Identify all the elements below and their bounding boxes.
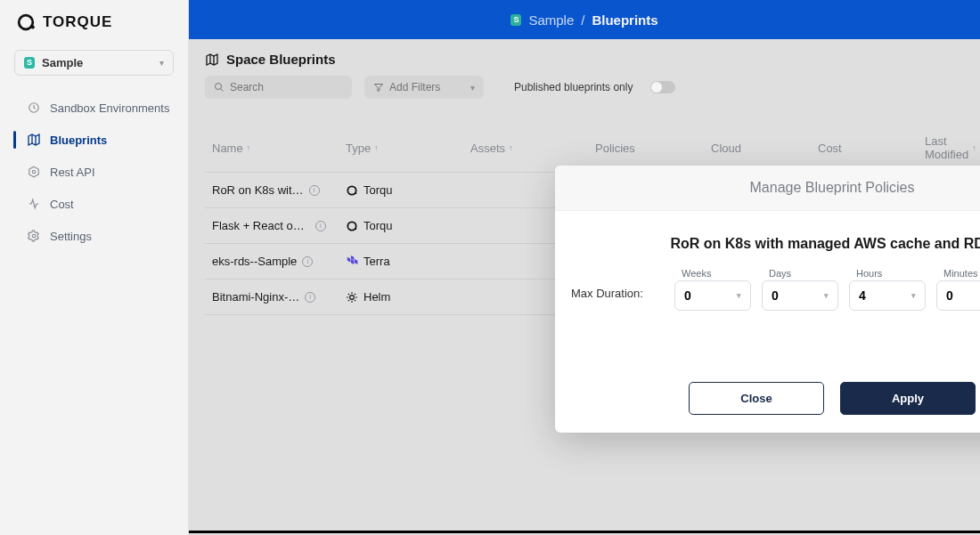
- hours-value: 4: [859, 288, 866, 303]
- blueprint-name: Bitnami-Nginx-…: [212, 290, 299, 304]
- brand-name: TORQUE: [43, 13, 112, 31]
- nav-restapi[interactable]: Rest API: [0, 156, 188, 188]
- svg-point-9: [355, 227, 356, 229]
- nav-blueprints[interactable]: Blueprints: [0, 124, 188, 156]
- blueprints-title-icon: [205, 53, 219, 67]
- blueprint-name: RoR on K8s wit…: [212, 183, 304, 197]
- cell-name: Flask + React on…i: [212, 219, 346, 232]
- info-icon[interactable]: i: [309, 185, 320, 196]
- col-assets[interactable]: Assets↑: [470, 142, 595, 155]
- cell-name: eks-rds--Samplei: [212, 255, 346, 268]
- weeks-label: Weeks: [674, 268, 751, 279]
- col-lastmod[interactable]: Last Modified↑: [925, 134, 980, 161]
- bottom-divider: [189, 531, 980, 533]
- svg-point-1: [31, 25, 35, 28]
- settings-icon: [27, 229, 41, 243]
- cell-name: RoR on K8s wit…i: [212, 183, 346, 197]
- filters-select[interactable]: Add Filters ▾: [364, 76, 484, 99]
- toolbar: Search Add Filters ▾ Published blueprint…: [205, 76, 980, 99]
- chevron-down-icon: ▾: [159, 58, 164, 68]
- nav-label: Sandbox Environments: [50, 101, 169, 115]
- published-toggle[interactable]: [650, 81, 675, 93]
- nav-label: Settings: [50, 230, 92, 243]
- type-icon: [346, 291, 358, 304]
- col-cloud[interactable]: Cloud: [711, 142, 818, 155]
- page-title-text: Space Blueprints: [226, 52, 336, 67]
- cell-name: Bitnami-Nginx-…i: [212, 290, 346, 304]
- col-name[interactable]: Name↑: [212, 142, 346, 155]
- nav-settings[interactable]: Settings: [0, 220, 188, 252]
- close-button[interactable]: Close: [689, 382, 824, 415]
- search-input[interactable]: Search: [205, 76, 352, 99]
- sort-asc-icon: ↑: [374, 143, 379, 152]
- main: S Sample / Blueprints Space Blueprints S…: [189, 0, 980, 535]
- space-selector[interactable]: S Sample ▾: [14, 50, 174, 76]
- page-title: Space Blueprints: [205, 52, 980, 67]
- nav-label: Rest API: [50, 166, 95, 179]
- filter-icon: [373, 82, 384, 93]
- breadcrumb-current: Blueprints: [592, 12, 657, 28]
- modal-blueprint-name: RoR on K8s with managed AWS cache and RD…: [555, 211, 980, 268]
- days-label: Days: [762, 268, 838, 279]
- blueprint-name: Flask + React on…: [212, 219, 310, 232]
- search-placeholder: Search: [230, 81, 264, 93]
- filters-label: Add Filters: [389, 81, 440, 93]
- nav-label: Blueprints: [50, 134, 107, 147]
- torque-logo-icon: [16, 12, 36, 32]
- type-icon: [346, 255, 358, 268]
- info-icon[interactable]: i: [302, 256, 313, 267]
- col-cost[interactable]: Cost: [818, 142, 925, 155]
- col-type[interactable]: Type↑: [346, 142, 470, 155]
- nav-label: Cost: [50, 198, 74, 211]
- sort-asc-icon: ↑: [972, 143, 976, 152]
- sidebar: TORQUE S Sample ▾ Sandbox Environments B…: [0, 0, 189, 535]
- weeks-value: 0: [684, 288, 691, 303]
- hours-label: Hours: [849, 268, 926, 279]
- nav-sandbox[interactable]: Sandbox Environments: [0, 92, 188, 124]
- type-label: Torqu: [363, 219, 393, 232]
- space-badge: S: [24, 57, 35, 69]
- svg-point-5: [216, 84, 222, 90]
- nav-list: Sandbox Environments Blueprints Rest API…: [0, 92, 188, 252]
- chevron-down-icon: ▾: [824, 291, 829, 300]
- nav-cost[interactable]: Cost: [0, 188, 188, 220]
- cell-type: Torqu: [346, 219, 470, 232]
- apply-button[interactable]: Apply: [840, 382, 976, 415]
- sandbox-icon: [27, 101, 41, 115]
- svg-point-10: [350, 295, 355, 299]
- svg-point-3: [32, 170, 36, 174]
- chevron-down-icon: ▾: [470, 83, 475, 93]
- sort-asc-icon: ↑: [509, 143, 513, 152]
- breadcrumb-badge: S: [510, 14, 521, 26]
- type-icon: [346, 220, 358, 232]
- blueprint-name: eks-rds--Sample: [212, 255, 297, 268]
- type-label: Torqu: [363, 183, 393, 197]
- manage-policies-modal: Manage Blueprint Policies RoR on K8s wit…: [555, 166, 980, 433]
- svg-point-0: [19, 15, 33, 29]
- col-policies[interactable]: Policies: [595, 142, 711, 155]
- info-icon[interactable]: i: [305, 292, 315, 303]
- minutes-value: 0: [946, 288, 953, 303]
- chevron-down-icon: ▾: [911, 291, 916, 300]
- weeks-select[interactable]: 0▾: [674, 280, 751, 311]
- breadcrumb-bar: S Sample / Blueprints: [189, 0, 980, 39]
- sort-asc-icon: ↑: [247, 143, 251, 152]
- minutes-select[interactable]: 0▾: [936, 280, 980, 311]
- restapi-icon: [27, 165, 41, 179]
- breadcrumb-sep: /: [581, 12, 584, 28]
- svg-point-7: [355, 191, 356, 193]
- space-name: Sample: [42, 56, 152, 69]
- blueprints-icon: [27, 133, 41, 147]
- days-select[interactable]: 0▾: [762, 280, 838, 311]
- breadcrumb-space[interactable]: Sample: [528, 12, 574, 28]
- type-icon: [346, 184, 358, 197]
- brand-logo: TORQUE: [0, 12, 188, 39]
- info-icon[interactable]: i: [315, 221, 326, 231]
- cost-icon: [27, 197, 41, 211]
- cell-type: Torqu: [346, 183, 470, 197]
- cell-type: Helm: [346, 290, 470, 304]
- hours-select[interactable]: 4▾: [849, 280, 926, 311]
- minutes-label: Minutes: [936, 268, 980, 279]
- days-value: 0: [772, 288, 779, 303]
- max-duration-label: Max Duration:: [571, 287, 664, 311]
